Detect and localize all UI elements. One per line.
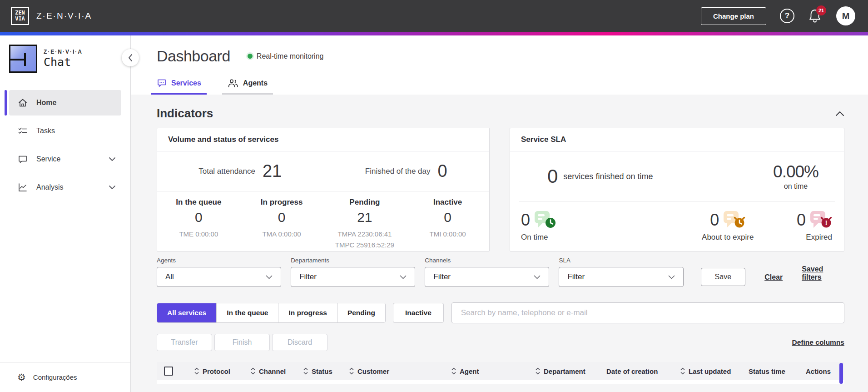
column-status-time[interactable]: Status time bbox=[749, 367, 806, 375]
chat-logo-brand: Z·E·N·V·I·A bbox=[44, 49, 83, 55]
zenvia-logo-icon: ZEN VIA bbox=[11, 7, 29, 25]
about-to-expire-bubble-alarm-icon bbox=[723, 210, 745, 230]
sla-percent-label: on time bbox=[773, 182, 818, 191]
sidebar-item-service[interactable]: Service bbox=[9, 146, 121, 172]
clear-filters-link[interactable]: Clear bbox=[764, 273, 783, 281]
stat-in-progress: In progress 0 TMA 0:00:00 bbox=[240, 198, 323, 251]
segment-inactive[interactable]: Inactive bbox=[393, 303, 444, 323]
tab-agents[interactable]: Agents bbox=[222, 79, 273, 95]
sidebar-item-label: Analysis bbox=[36, 183, 100, 191]
change-plan-button[interactable]: Change plan bbox=[701, 7, 766, 25]
agents-filter-select[interactable]: All bbox=[157, 267, 281, 287]
sidebar-item-tasks[interactable]: Tasks bbox=[9, 118, 121, 144]
status-dot-icon bbox=[248, 54, 253, 59]
sla-filter-select[interactable]: Filter bbox=[559, 267, 683, 287]
sort-icon bbox=[349, 367, 354, 375]
sidebar-item-home[interactable]: Home bbox=[9, 90, 121, 116]
sidebar-item-settings[interactable]: ⚙ Configurações bbox=[0, 362, 130, 392]
avatar[interactable]: M bbox=[836, 6, 855, 25]
column-channel[interactable]: Channel bbox=[250, 367, 303, 375]
sla-percent-value: 0.00% bbox=[773, 162, 818, 181]
tab-services-label: Services bbox=[171, 79, 201, 87]
segment-all-services[interactable]: All services bbox=[157, 303, 217, 322]
settings-label: Configurações bbox=[33, 373, 77, 381]
departments-filter-select[interactable]: Filter bbox=[291, 267, 415, 287]
column-agent[interactable]: Agent bbox=[451, 367, 535, 375]
volume-card-title: Volume and status of services bbox=[157, 128, 489, 151]
column-date-of-creation[interactable]: Date of creation bbox=[606, 367, 680, 375]
chevron-left-icon bbox=[128, 54, 133, 62]
service-sla-card: Service SLA 0 services finished on time … bbox=[510, 128, 844, 251]
chevron-down-icon bbox=[400, 275, 407, 279]
finish-button[interactable]: Finish bbox=[214, 334, 270, 351]
sla-filter-label: SLA bbox=[559, 257, 683, 264]
zenvia-logo-line2: VIA bbox=[15, 16, 25, 22]
save-filters-button[interactable]: Save bbox=[701, 268, 746, 286]
transfer-button[interactable]: Transfer bbox=[157, 334, 212, 351]
column-protocol[interactable]: Protocol bbox=[194, 367, 250, 375]
sidebar-collapse-button[interactable] bbox=[122, 49, 139, 66]
table-scrollbar[interactable] bbox=[839, 363, 843, 384]
brand-gradient-bar bbox=[0, 32, 868, 35]
chat-logo-image bbox=[9, 45, 37, 73]
realtime-status-label: Real-time monitoring bbox=[257, 52, 324, 60]
services-toolbar: All services In the queue In progress Pe… bbox=[157, 302, 844, 323]
zenvia-chat-logo: Z·E·N·V·I·A Chat bbox=[9, 45, 130, 73]
sort-icon bbox=[451, 367, 456, 375]
define-columns-link[interactable]: Define columns bbox=[792, 338, 844, 347]
home-icon bbox=[17, 97, 28, 108]
realtime-status: Real-time monitoring bbox=[248, 52, 324, 60]
table-body bbox=[157, 380, 844, 384]
channels-filter-select[interactable]: Filter bbox=[425, 267, 549, 287]
segment-pending[interactable]: Pending bbox=[337, 303, 385, 322]
notification-badge: 21 bbox=[816, 5, 826, 15]
column-actions[interactable]: Actions bbox=[806, 367, 831, 375]
finished-day-label: Finished of the day bbox=[365, 167, 431, 176]
page-title: Dashboard bbox=[157, 47, 230, 65]
collapse-indicators-chevron-up-icon[interactable] bbox=[835, 111, 844, 116]
column-status[interactable]: Status bbox=[303, 367, 349, 375]
chat-logo-product: Chat bbox=[44, 55, 83, 69]
column-customer[interactable]: Customer bbox=[349, 367, 451, 375]
stat-in-the-queue: In the queue 0 TME 0:00:00 bbox=[157, 198, 240, 251]
sort-icon bbox=[680, 367, 685, 375]
sort-icon bbox=[535, 367, 541, 375]
chevron-down-icon bbox=[109, 185, 116, 190]
sidebar-item-label: Home bbox=[36, 99, 56, 107]
sla-card-title: Service SLA bbox=[510, 128, 844, 151]
chat-bubble-icon bbox=[17, 154, 28, 165]
main-content: Dashboard Real-time monitoring Services bbox=[131, 35, 868, 392]
top-navigation-bar: ZEN VIA Z·E·N·V·I·A Change plan ? 21 M bbox=[0, 0, 868, 32]
tab-services[interactable]: Services bbox=[151, 79, 207, 95]
column-last-updated[interactable]: Last updated bbox=[680, 367, 749, 375]
select-all-checkbox[interactable] bbox=[164, 367, 173, 376]
notifications-button[interactable]: 21 bbox=[808, 8, 823, 24]
help-icon[interactable]: ? bbox=[780, 9, 794, 23]
sidebar-item-label: Service bbox=[36, 155, 100, 163]
gear-icon: ⚙ bbox=[17, 372, 26, 382]
column-departament[interactable]: Departament bbox=[535, 367, 606, 375]
dashboard-tabs: Services Agents bbox=[151, 79, 844, 95]
sidebar-item-analysis[interactable]: Analysis bbox=[9, 175, 121, 200]
filters-row: Agents All Departaments Filter bbox=[157, 257, 844, 287]
service-status-segments: All services In the queue In progress Pe… bbox=[157, 303, 386, 323]
sla-on-time: 0 On time bbox=[521, 210, 659, 251]
sla-about-to-expire: 0 Ab bbox=[659, 210, 796, 251]
chevron-down-icon bbox=[266, 275, 273, 279]
services-table: Protocol Channel Sta bbox=[157, 362, 844, 384]
chevron-down-icon bbox=[668, 275, 675, 279]
stat-pending: Pending 21 TMPA 2230:06:41 TMPC 25916:52… bbox=[323, 198, 407, 251]
indicators-heading: Indicators bbox=[157, 106, 213, 121]
discard-button[interactable]: Discard bbox=[272, 334, 327, 351]
sla-finished-value: 0 bbox=[547, 166, 558, 187]
segment-in-the-queue[interactable]: In the queue bbox=[217, 303, 278, 322]
saved-filters-link[interactable]: Saved filters bbox=[802, 265, 844, 281]
segment-in-progress[interactable]: In progress bbox=[278, 303, 337, 322]
sla-expired: 0 ! E bbox=[797, 210, 832, 251]
tasks-icon bbox=[17, 126, 28, 136]
search-input[interactable] bbox=[451, 302, 844, 323]
sort-icon bbox=[194, 367, 199, 375]
sort-icon bbox=[303, 367, 308, 375]
analysis-chart-icon bbox=[17, 182, 28, 193]
sidebar-menu: Home Tasks Service bbox=[9, 90, 121, 203]
